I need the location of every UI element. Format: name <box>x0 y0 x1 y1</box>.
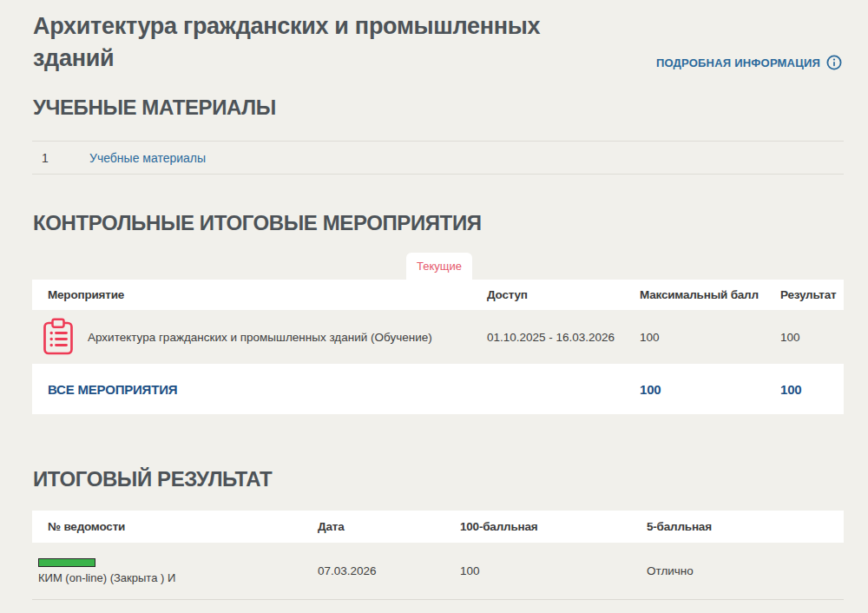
column-header-date: Дата <box>318 520 460 533</box>
control-events-table: Мероприятие Доступ Максимальный балл Рез… <box>32 280 844 414</box>
course-page: Архитектура гражданских и промышленных з… <box>0 0 868 613</box>
total-max-score: 100 <box>640 382 780 397</box>
detailed-info-label: ПОДРОБНАЯ ИНФОРМАЦИЯ <box>656 56 820 69</box>
final-result-table: № ведомости Дата 100-балльная 5-балльная… <box>32 511 844 600</box>
column-header-5-scale: 5-балльная <box>647 520 844 533</box>
detailed-info-link[interactable]: ПОДРОБНАЯ ИНФОРМАЦИЯ <box>656 55 842 70</box>
column-header-result: Результат <box>780 288 844 301</box>
result-date: 07.03.2026 <box>318 564 460 577</box>
sheet-name: КИМ (on-line) (Закрыта ) И <box>38 571 318 584</box>
result-score-100: 100 <box>460 564 647 577</box>
table-row: Архитектура гражданских и промышленных з… <box>32 310 844 364</box>
event-access-dates: 01.10.2025 - 16.03.2026 <box>487 331 640 344</box>
section-heading-control-events: КОНТРОЛЬНЫЕ ИТОГОВЫЕ МЕРОПРИЯТИЯ <box>33 211 482 235</box>
event-name: Архитектура гражданских и промышленных з… <box>88 331 432 344</box>
tab-current[interactable]: Текущие <box>406 253 472 280</box>
event-max-score: 100 <box>640 331 780 344</box>
table-row: КИМ (on-line) (Закрыта ) И 07.03.2026 10… <box>32 543 844 600</box>
column-header-event: Мероприятие <box>48 288 487 301</box>
clipboard-checklist-icon <box>40 318 76 356</box>
all-events-row: ВСЕ МЕРОПРИЯТИЯ 100 100 <box>32 364 844 414</box>
all-events-link[interactable]: ВСЕ МЕРОПРИЯТИЯ <box>48 382 487 397</box>
sheet-cell: КИМ (on-line) (Закрыта ) И <box>38 558 318 584</box>
event-result: 100 <box>780 331 844 344</box>
material-link[interactable]: Учебные материалы <box>89 151 206 165</box>
total-result: 100 <box>780 382 844 397</box>
material-number: 1 <box>42 151 89 165</box>
page-title: Архитектура гражданских и промышленных з… <box>33 10 571 75</box>
section-heading-materials: УЧЕБНЫЕ МАТЕРИАЛЫ <box>33 96 276 120</box>
info-icon <box>826 55 842 70</box>
column-header-100-scale: 100-балльная <box>460 520 647 533</box>
control-events-header-row: Мероприятие Доступ Максимальный балл Рез… <box>32 280 844 310</box>
materials-row: 1 Учебные материалы <box>32 141 844 175</box>
result-score-5: Отлично <box>647 564 844 577</box>
grade-progress-bar <box>38 558 95 567</box>
section-heading-final-result: ИТОГОВЫЙ РЕЗУЛЬТАТ <box>33 467 272 491</box>
column-header-access: Доступ <box>487 288 640 301</box>
final-result-header-row: № ведомости Дата 100-балльная 5-балльная <box>32 511 844 543</box>
event-name-cell[interactable]: Архитектура гражданских и промышленных з… <box>40 318 487 356</box>
column-header-sheet-number: № ведомости <box>48 520 318 533</box>
column-header-max-score: Максимальный балл <box>640 288 780 301</box>
